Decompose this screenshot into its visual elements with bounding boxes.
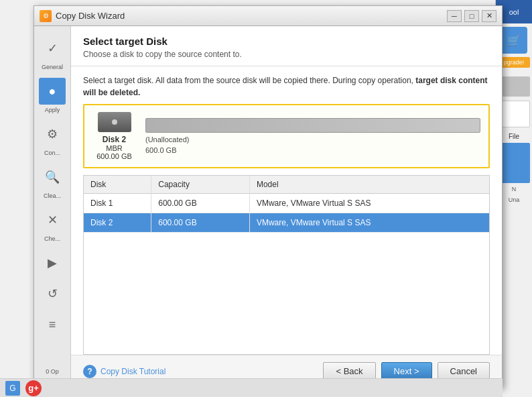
table-row[interactable]: Disk 2600.00 GBVMware, VMware Virtual S … <box>84 213 489 233</box>
file-label: File <box>509 133 519 140</box>
una-label: Una <box>509 196 520 203</box>
table-header-row: Disk Capacity Model <box>84 176 489 194</box>
wizard-step-title: Select target Disk <box>83 36 490 47</box>
cell-capacity-1: 600.00 GB <box>151 213 250 233</box>
cell-disk-1: Disk 2 <box>84 213 151 233</box>
disk-icon <box>98 112 131 132</box>
sidebar-label-clea: 🔍 Clea... <box>38 162 67 199</box>
n-label: N <box>512 186 517 192</box>
dialog-content: ✓ General ● Apply ⚙ Con... 🔍 Clea... ✕ C… <box>34 26 502 387</box>
sidebar-bottom-label: 0 Op <box>38 368 67 375</box>
cancel-button[interactable]: Cancel <box>438 362 490 380</box>
tool-label: ool <box>509 8 519 16</box>
close-button[interactable]: ✕ <box>482 10 496 22</box>
sidebar-step-8: ≡ <box>39 311 66 338</box>
bottom-bar: G g+ <box>0 378 503 397</box>
disk-preview-size: 600.00 GB <box>96 152 132 160</box>
footer-right: < Back Next > Cancel <box>323 362 490 380</box>
wizard-step-subtitle: Choose a disk to copy the source content… <box>83 50 490 59</box>
wizard-description: Select a target disk. All data from the … <box>71 66 502 104</box>
col-model: Model <box>249 176 489 194</box>
dialog-title: Copy Disk Wizard <box>56 11 447 21</box>
col-disk: Disk <box>84 176 151 194</box>
right-gray-block <box>498 76 530 97</box>
disk-table: Disk Capacity Model Disk 1600.00 GBVMwar… <box>84 176 489 233</box>
disk-info: Disk 2 MBR 600.00 GB <box>96 135 132 160</box>
disk-bar-size: 600.0 GB <box>145 146 480 154</box>
sidebar-label-general: ✓ General <box>38 33 67 70</box>
wizard-main: Select target Disk Choose a disk to copy… <box>71 26 502 387</box>
sidebar-label-apply: ● Apply <box>38 76 67 113</box>
disk-preview-name: Disk 2 <box>96 135 132 144</box>
disk-preview-type: MBR <box>96 144 132 152</box>
title-bar-controls: ─ □ ✕ <box>447 10 496 22</box>
minimize-button[interactable]: ─ <box>447 10 462 22</box>
maximize-button[interactable]: □ <box>464 10 479 22</box>
wizard-dialog: ⚙ Copy Disk Wizard ─ □ ✕ ✓ General ● App… <box>34 5 503 388</box>
next-button[interactable]: Next > <box>381 362 432 380</box>
cart-icon: 🛒 <box>501 27 527 54</box>
wizard-sidebar: ✓ General ● Apply ⚙ Con... 🔍 Clea... ✕ C… <box>34 26 71 387</box>
sidebar-step-apply: ● <box>39 78 66 105</box>
disk-visual-bar <box>145 118 480 133</box>
sidebar-label-che: ✕ Che... <box>38 205 67 242</box>
col-capacity: Capacity <box>151 176 250 194</box>
disk-preview-card: Disk 2 MBR 600.00 GB (Unallocated) 600.0… <box>83 104 490 168</box>
disk-table-body: Disk 1600.00 GBVMware, VMware Virtual S … <box>84 194 489 233</box>
disk-bar-area: (Unallocated) 600.0 GB <box>145 118 480 154</box>
sidebar-step-clea: 🔍 <box>39 164 66 190</box>
disk-table-container[interactable]: Disk Capacity Model Disk 1600.00 GBVMwar… <box>83 175 490 355</box>
title-bar: ⚙ Copy Disk Wizard ─ □ ✕ <box>34 6 502 26</box>
sidebar-step-6: ▶ <box>39 249 66 276</box>
desc-text: Select a target disk. All data from the … <box>83 76 415 85</box>
help-icon[interactable]: ? <box>83 365 96 378</box>
sidebar-label-con: ⚙ Con... <box>38 119 67 156</box>
right-white-block <box>498 101 530 127</box>
cell-disk-0: Disk 1 <box>84 194 151 213</box>
table-row[interactable]: Disk 1600.00 GBVMware, VMware Virtual S … <box>84 194 489 213</box>
disk-bar-label: (Unallocated) <box>145 135 480 144</box>
sidebar-step-che: ✕ <box>39 207 66 233</box>
right-blue-bar <box>498 143 530 183</box>
sidebar-step-7: ↺ <box>39 280 66 307</box>
wizard-header: Select target Disk Choose a disk to copy… <box>71 26 502 66</box>
sidebar-step-general: ✓ <box>39 35 66 62</box>
footer-left: ? Copy Disk Tutorial <box>83 365 165 378</box>
cell-model-0: VMware, VMware Virtual S SAS <box>249 194 489 213</box>
back-button[interactable]: < Back <box>323 362 375 380</box>
disk-icon-area: Disk 2 MBR 600.00 GB <box>92 112 136 160</box>
bottom-icon: G <box>5 381 20 396</box>
sidebar-step-con: ⚙ <box>39 121 66 148</box>
tutorial-link[interactable]: Copy Disk Tutorial <box>101 367 165 376</box>
cell-capacity-0: 600.00 GB <box>151 194 250 213</box>
wizard-icon-symbol: ⚙ <box>43 12 49 19</box>
wizard-icon: ⚙ <box>40 10 52 22</box>
g-icon: g+ <box>25 380 42 396</box>
upgrade-button[interactable]: pgrade! <box>498 57 530 68</box>
cell-model-1: VMware, VMware Virtual S SAS <box>249 213 489 233</box>
